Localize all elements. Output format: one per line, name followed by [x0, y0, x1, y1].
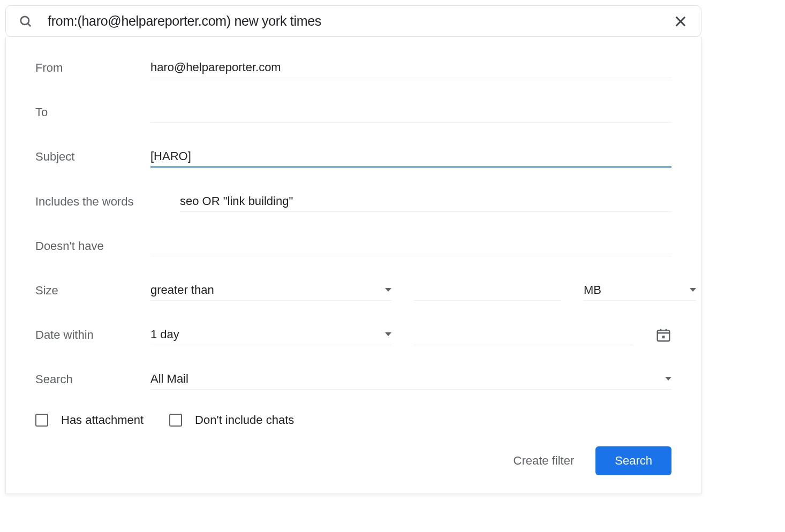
svg-line-1	[28, 23, 31, 26]
chevron-down-icon	[385, 288, 391, 292]
date-range-value: 1 day	[150, 324, 385, 345]
date-range-select[interactable]: 1 day	[150, 324, 391, 345]
size-unit-value: MB	[584, 280, 690, 300]
to-row: To	[35, 102, 671, 123]
search-filter-panel: from:(haro@helpareporter.com) new york t…	[5, 5, 701, 494]
search-query-text[interactable]: from:(haro@helpareporter.com) new york t…	[48, 13, 673, 29]
svg-rect-8	[662, 336, 665, 338]
checkbox-box-icon	[169, 414, 182, 427]
chevron-down-icon	[690, 288, 696, 292]
dont-include-chats-label: Don't include chats	[195, 413, 294, 427]
size-row: Size greater than MB	[35, 280, 671, 301]
has-attachment-checkbox[interactable]: Has attachment	[35, 413, 144, 427]
includes-row: Includes the words	[35, 191, 671, 212]
includes-input[interactable]	[180, 191, 671, 212]
svg-point-0	[21, 16, 29, 24]
doesnt-have-row: Doesn't have	[35, 235, 671, 256]
create-filter-button[interactable]: Create filter	[514, 446, 575, 475]
from-row: From	[35, 57, 671, 78]
doesnt-have-label: Doesn't have	[35, 239, 150, 253]
includes-label: Includes the words	[35, 195, 180, 209]
from-label: From	[35, 61, 150, 75]
dont-include-chats-checkbox[interactable]: Don't include chats	[169, 413, 294, 427]
search-icon	[19, 14, 33, 28]
size-comparator-value: greater than	[150, 280, 385, 300]
subject-label: Subject	[35, 150, 150, 164]
subject-row: Subject	[35, 146, 671, 168]
search-in-row: Search All Mail	[35, 369, 671, 390]
chevron-down-icon	[385, 332, 391, 337]
calendar-icon[interactable]	[655, 327, 671, 343]
to-label: To	[35, 105, 150, 119]
size-number-input[interactable]	[414, 280, 561, 301]
close-icon[interactable]	[673, 14, 688, 29]
to-input[interactable]	[150, 102, 671, 123]
size-unit-select[interactable]: MB	[584, 280, 696, 301]
doesnt-have-input[interactable]	[150, 235, 671, 256]
advanced-search-form: From To Subject Includes the words	[5, 37, 701, 494]
checkbox-box-icon	[35, 414, 48, 427]
search-in-label: Search	[35, 373, 150, 386]
date-label: Date within	[35, 328, 150, 342]
date-value-input[interactable]	[414, 324, 633, 345]
size-label: Size	[35, 284, 150, 298]
search-button[interactable]: Search	[595, 446, 671, 475]
search-bar: from:(haro@helpareporter.com) new york t…	[5, 5, 701, 37]
from-input[interactable]	[150, 57, 671, 78]
search-in-value: All Mail	[150, 369, 665, 389]
has-attachment-label: Has attachment	[61, 413, 144, 427]
size-comparator-select[interactable]: greater than	[150, 280, 391, 301]
button-row: Create filter Search	[35, 446, 671, 475]
subject-input[interactable]	[150, 146, 671, 168]
date-row: Date within 1 day	[35, 324, 671, 345]
checkbox-row: Has attachment Don't include chats	[35, 413, 671, 427]
search-in-select[interactable]: All Mail	[150, 369, 671, 390]
chevron-down-icon	[665, 377, 671, 381]
